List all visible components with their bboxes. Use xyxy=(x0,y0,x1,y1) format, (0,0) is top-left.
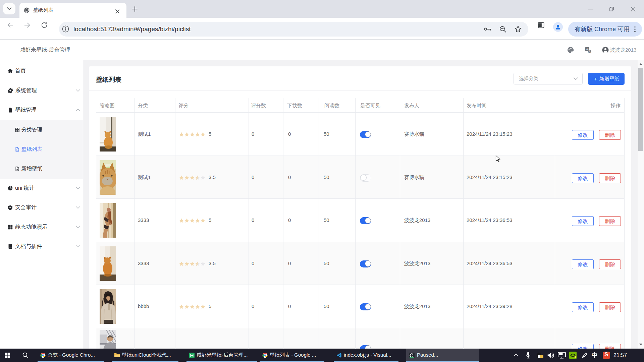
svg-text:文: 文 xyxy=(588,50,591,53)
